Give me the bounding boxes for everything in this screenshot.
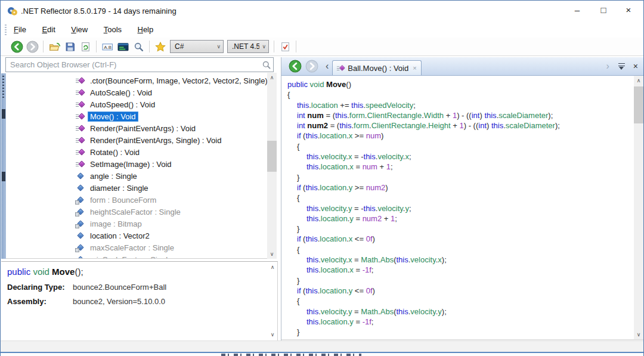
tree-item[interactable]: Render(PaintEventArgs) : Void: [6, 122, 267, 134]
tree-item[interactable]: image : Bitmap: [6, 218, 267, 230]
tab-scroll-left-icon[interactable]: ‹: [326, 58, 329, 74]
tab-close-icon[interactable]: ×: [413, 64, 416, 72]
collapsed-panel-strip[interactable]: [1, 73, 6, 259]
tree-scrollbar[interactable]: ∧ ∨: [267, 73, 277, 259]
disassembler-button[interactable]: [116, 39, 130, 54]
code-token: Math: [361, 307, 378, 316]
code-token: +: [382, 214, 391, 223]
menu-view[interactable]: View: [71, 22, 88, 38]
code-token: ) - ((: [464, 121, 479, 130]
code-line: {: [281, 244, 634, 255]
info-panel-scrollbar[interactable]: ∧ ∨: [268, 262, 277, 339]
back-button[interactable]: [10, 39, 24, 54]
tab-scroll-right-icon[interactable]: ›: [606, 58, 609, 74]
scroll-down-icon[interactable]: ∨: [634, 330, 643, 339]
code-line: int num2 = (this.form.ClientRectangle.He…: [281, 120, 634, 131]
toolbar-separator: [43, 41, 44, 52]
code-token: {: [297, 142, 299, 151]
code-line: if (this.location.y >= num2): [281, 182, 634, 193]
title-bar[interactable]: .NET Reflector 8.5.0.179 - 14 days remai…: [1, 1, 643, 22]
tab-options-icon[interactable]: [618, 63, 626, 70]
search-button[interactable]: [131, 39, 145, 54]
code-token: velocity: [321, 307, 346, 316]
forward-button[interactable]: [25, 39, 39, 54]
open-assembly-button[interactable]: [47, 39, 61, 54]
code-content[interactable]: public void Move(){this.location += this…: [281, 76, 634, 339]
tree-item[interactable]: AutoSpeed() : Void: [6, 98, 267, 110]
menu-help[interactable]: Help: [138, 22, 154, 38]
declaring-type-row: Declaring Type: bounce2.BounceForm+Ball: [7, 283, 265, 292]
scroll-up-icon[interactable]: ∧: [634, 76, 643, 85]
scroll-up-icon[interactable]: ∧: [267, 73, 277, 82]
tree-item[interactable]: heightScaleFactor : Single: [6, 206, 267, 218]
code-token: );: [555, 121, 560, 130]
tree-item[interactable]: Render(PaintEventArgs, Single) : Void: [6, 134, 267, 146]
code-token: location: [320, 234, 346, 243]
favorites-button[interactable]: [153, 39, 168, 54]
code-token: {: [297, 245, 299, 254]
tree-item[interactable]: minScaleFactor : Single: [6, 253, 267, 259]
tree-item[interactable]: location : Vector2: [6, 230, 267, 242]
toolbar-separator: [296, 41, 296, 52]
assembly-value: bounce2, Version=5.10.0.0: [73, 297, 165, 306]
tree-item[interactable]: Move() : Void: [6, 110, 267, 122]
menu-edit[interactable]: Edit: [42, 22, 55, 38]
background-clipped-text: [221, 354, 361, 356]
tree-item[interactable]: maxScaleFactor : Single: [6, 242, 267, 253]
back-icon: [11, 41, 23, 53]
code-token: this: [396, 307, 408, 316]
code-line: }: [281, 327, 634, 337]
tree-item[interactable]: diameter : Single: [6, 182, 267, 194]
code-token: >=: [352, 183, 366, 192]
tree-scrollbar-thumb[interactable]: [267, 141, 277, 172]
tree-item[interactable]: SetImage(Image) : Void: [6, 158, 267, 170]
tree-item-label: Rotate() : Void: [88, 147, 142, 157]
code-token: num2: [366, 183, 386, 192]
tab-back-button[interactable]: [289, 60, 302, 73]
code-line: this.velocity.x = -this.velocity.x;: [281, 151, 634, 162]
pane-close-icon[interactable]: ×: [633, 61, 638, 71]
search-input[interactable]: [5, 57, 274, 72]
code-token: );: [548, 111, 553, 120]
menu-tools[interactable]: Tools: [104, 22, 122, 38]
field-icon: [75, 243, 86, 252]
tree-item[interactable]: angle : Single: [6, 170, 267, 182]
tree-item[interactable]: Rotate() : Void: [6, 146, 267, 158]
scroll-up-icon[interactable]: ∧: [268, 262, 277, 272]
tab-forward-button[interactable]: [305, 60, 318, 73]
maximize-button[interactable]: □: [590, 1, 617, 21]
code-line: this.location += this.speedVelocity;: [281, 100, 634, 110]
code-token: =: [354, 265, 363, 274]
tree-item[interactable]: form : BounceForm: [6, 194, 267, 206]
code-token: <=: [352, 234, 366, 243]
language-dropdown[interactable]: C# ∨: [170, 40, 224, 53]
method-icon: [75, 159, 86, 169]
window-title: .NET Reflector 8.5.0.179 - 14 days remai…: [21, 7, 177, 16]
scroll-down-icon[interactable]: ∨: [267, 249, 277, 259]
code-token: ClientRectangle: [367, 111, 422, 120]
rename-button[interactable]: A.B: [100, 39, 114, 54]
refresh-button[interactable]: [78, 39, 92, 54]
scroll-down-icon[interactable]: ∨: [268, 330, 277, 339]
tree-item[interactable]: .ctor(BounceForm, Image, Vector2, Vector…: [6, 75, 267, 86]
code-scrollbar[interactable]: ∧ ∨: [634, 76, 643, 339]
minimize-button[interactable]: –: [564, 1, 591, 21]
code-scrollbar-thumb[interactable]: [634, 86, 643, 123]
analyzer-button[interactable]: [278, 39, 292, 54]
code-token: this: [306, 255, 318, 264]
search-icon: [134, 42, 144, 52]
tree-item[interactable]: AutoScale() : Void: [6, 86, 267, 98]
menu-file[interactable]: File: [14, 22, 26, 38]
menu-grip[interactable]: [5, 24, 7, 35]
framework-dropdown[interactable]: .NET 4.5 ∨: [227, 40, 269, 53]
tab-ball-move[interactable]: Ball.Move() : Void ×: [332, 60, 421, 75]
code-token: 0f: [366, 234, 373, 243]
close-button[interactable]: ×: [615, 1, 642, 21]
code-token: this: [484, 111, 496, 120]
method-icon: [75, 76, 86, 85]
chevron-down-icon: ∨: [260, 44, 266, 49]
code-token: int: [297, 111, 305, 120]
save-button[interactable]: [63, 39, 77, 54]
code-token: ;: [409, 204, 411, 213]
code-token: = -: [352, 204, 363, 213]
